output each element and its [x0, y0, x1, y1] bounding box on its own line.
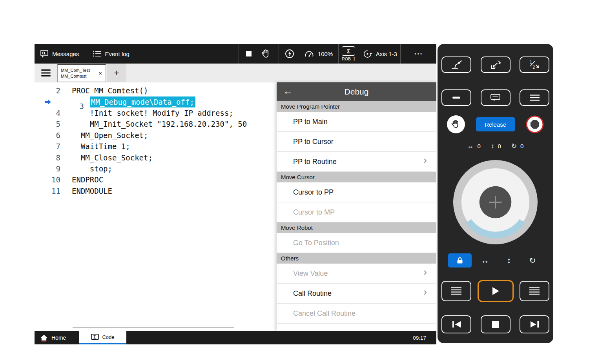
horizontal-scrollbar[interactable] [73, 327, 234, 328]
top-bar: Messages Event log [35, 44, 436, 64]
axis-linear-icon: ↔ [467, 142, 474, 150]
axis-select-button[interactable]: Axis 1-3 [363, 49, 397, 59]
increment-key[interactable]: 12 [520, 56, 549, 73]
debug-item-cursor-to-mp: Cursor to MP [277, 202, 436, 222]
section-move-robot: Move Robot [277, 222, 436, 233]
more-group: ⋯ [400, 44, 436, 64]
code-text: WaitTime 1; [81, 142, 130, 151]
section-others: Others [277, 253, 436, 264]
line-number: 7 [56, 142, 60, 151]
screen: Messages Event log [0, 0, 609, 364]
menu-key[interactable] [520, 89, 549, 106]
clock: 09:17 [413, 335, 436, 341]
hamburger-icon [41, 69, 51, 76]
mechanical-unit-key[interactable] [441, 56, 471, 73]
line-number: 11 [51, 187, 60, 195]
code-app-tab[interactable]: Σ Code [79, 331, 126, 344]
motion-mode-key[interactable] [481, 56, 511, 73]
linear-mode-icon[interactable]: ↔ [475, 256, 495, 265]
motion-mode-icon [490, 60, 501, 70]
debug-item-pp-to-cursor[interactable]: PP to Cursor [277, 132, 436, 152]
stopped-state-icon[interactable] [246, 51, 252, 56]
step-backward-button[interactable] [441, 315, 471, 333]
axis-rotate-value: 0 [520, 143, 523, 149]
selected-statement[interactable]: MM_Debug_mode\Data_off; [90, 96, 195, 107]
menu-lines-icon [529, 94, 540, 101]
debug-panel-title: Debug [345, 87, 369, 96]
mechanical-unit-button[interactable]: Σ ROB_1 [342, 46, 355, 61]
debug-item-pp-to-main[interactable]: PP to Main [277, 112, 436, 132]
joystick[interactable] [452, 159, 538, 245]
debug-item-cursor-to-pp[interactable]: Cursor to PP [277, 182, 436, 202]
lock-toggle-button[interactable] [448, 253, 472, 268]
code-text: !Init socket! Modify IP address; [90, 109, 233, 117]
message-key[interactable] [481, 89, 511, 106]
hold-to-run-indicator[interactable] [447, 115, 465, 133]
chevron-right-icon: › [423, 266, 427, 278]
messages-label: Messages [52, 51, 79, 57]
tab-bar: MM_Com_Test MM_Comtest × + [35, 64, 436, 82]
debug-panel-header: ← Debug [277, 82, 436, 101]
reorient-mode-icon[interactable]: ↻ [522, 256, 543, 265]
hamburger-menu-button[interactable] [35, 64, 57, 82]
left-list-key[interactable] [441, 281, 471, 301]
new-tab-button[interactable]: + [107, 64, 126, 82]
svg-text:1: 1 [530, 60, 532, 64]
stop-square-icon [492, 321, 499, 328]
code-text: MM_Open_Socket; [81, 131, 148, 140]
axis-vertical-value: 0 [498, 143, 501, 149]
release-button[interactable]: Release [476, 117, 515, 131]
motors-on-icon[interactable] [284, 49, 295, 59]
robot-arm-icon [450, 60, 462, 69]
increment-icon: 12 [529, 60, 540, 70]
close-tab-button[interactable]: × [97, 69, 103, 77]
stop-button[interactable] [481, 315, 511, 333]
robot-code-app: Messages Event log [35, 44, 436, 344]
speed-value: 100% [318, 51, 333, 57]
start-button[interactable] [478, 280, 514, 302]
section-move-program-pointer: Move Program Pointer [277, 101, 436, 112]
back-arrow-icon[interactable]: ← [283, 85, 293, 97]
list-lines-icon [529, 287, 540, 295]
guard-stop-indicator[interactable] [526, 115, 544, 133]
unit-axis-group: Σ ROB_1 Axis 1-3 [338, 44, 400, 64]
debug-item-call-routine[interactable]: Call Routine › [277, 284, 436, 304]
debug-item-go-to-position: Go To Position [277, 233, 436, 253]
manual-mode-hand-icon[interactable] [261, 49, 272, 59]
step-backward-icon [451, 320, 462, 328]
step-forward-icon [529, 320, 540, 328]
code-text: MM_Close_Socket; [81, 153, 153, 162]
code-text: stop; [90, 164, 112, 173]
code-text: ENDPROC [72, 175, 103, 184]
event-log-button[interactable]: Event log [93, 50, 129, 57]
more-button[interactable]: ⋯ [414, 49, 423, 59]
speed-gauge-icon [304, 49, 314, 58]
module-tab[interactable]: MM_Com_Test MM_Comtest × [57, 64, 106, 82]
hand-icon [451, 119, 461, 129]
line-number: 10 [51, 175, 60, 184]
speed-button[interactable]: 100% [304, 49, 333, 58]
line-number: 9 [56, 164, 60, 173]
axis-rotate-icon: ↻ [511, 142, 517, 150]
debug-item-cancel-call-routine: Cancel Call Routine [277, 304, 436, 324]
svg-text:2: 2 [533, 65, 535, 69]
tab-title-file: MM_Com_Test [61, 67, 97, 73]
execution-state-group [239, 44, 279, 64]
debug-panel: ← Debug Move Program Pointer PP to Main … [277, 82, 436, 331]
home-button[interactable]: Home [35, 334, 66, 342]
messages-button[interactable]: Messages [40, 50, 79, 58]
debug-item-pp-to-routine[interactable]: PP to Routine › [277, 152, 436, 172]
tab-title-module: MM_Comtest [61, 73, 97, 79]
axis-label: Axis 1-3 [376, 51, 397, 57]
line-number: 6 [56, 131, 60, 140]
vertical-mode-icon[interactable]: ↕ [499, 256, 519, 265]
lock-icon [456, 257, 464, 264]
messages-icon [40, 50, 49, 58]
dash-key[interactable] [441, 89, 471, 106]
line-number: 4 [56, 109, 60, 117]
step-forward-button[interactable] [520, 315, 549, 333]
code-text: ENDMODULE [72, 187, 112, 195]
right-list-key[interactable] [520, 281, 549, 301]
debug-item-view-value: View Value › [277, 264, 436, 284]
motor-speed-group: 100% [279, 44, 338, 64]
